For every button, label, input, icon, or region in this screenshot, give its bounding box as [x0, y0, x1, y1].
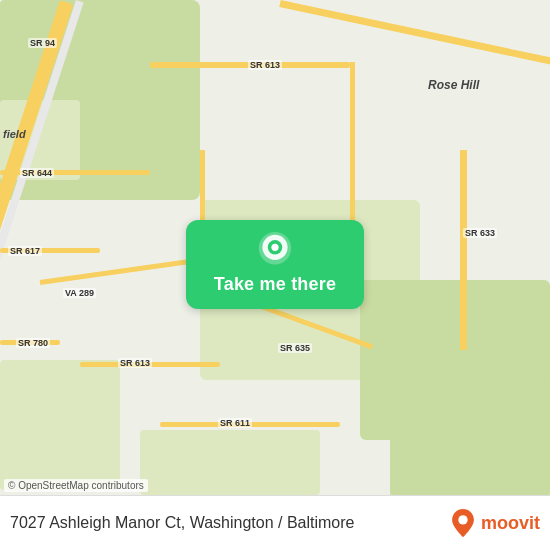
label-field: field: [3, 128, 26, 140]
green-area-sw: [0, 360, 120, 490]
moovit-text: moovit: [481, 513, 540, 534]
moovit-logo: moovit: [449, 509, 540, 537]
info-bar: 7027 Ashleigh Manor Ct, Washington / Bal…: [0, 495, 550, 550]
svg-point-4: [458, 515, 467, 524]
label-va289: VA 289: [63, 288, 96, 298]
road-connecting1: [350, 62, 355, 242]
button-label: Take me there: [214, 274, 336, 295]
road-sr633: [460, 150, 467, 350]
take-me-there-button[interactable]: Take me there: [186, 220, 364, 309]
label-sr94: SR 94: [28, 38, 57, 48]
map-container: SR 613 SR 644 SR 617 SR 780 SR 613 SR 63…: [0, 0, 550, 550]
green-area-se: [390, 380, 550, 500]
address-text: 7027 Ashleigh Manor Ct, Washington / Bal…: [10, 514, 449, 532]
green-area-s: [140, 430, 320, 495]
moovit-pin-icon: [449, 509, 477, 537]
svg-point-3: [271, 244, 278, 251]
label-sr613-bot: SR 613: [118, 358, 152, 368]
label-sr611: SR 611: [218, 418, 252, 428]
label-sr644: SR 644: [20, 168, 54, 178]
label-sr617: SR 617: [8, 246, 42, 256]
label-sr613-top: SR 613: [248, 60, 282, 70]
label-sr635: SR 635: [278, 343, 312, 353]
location-pin-icon: [257, 232, 293, 268]
label-sr780: SR 780: [16, 338, 50, 348]
osm-attribution: © OpenStreetMap contributors: [4, 479, 148, 492]
label-sr633: SR 633: [463, 228, 497, 238]
label-rose-hill: Rose Hill: [428, 78, 479, 92]
